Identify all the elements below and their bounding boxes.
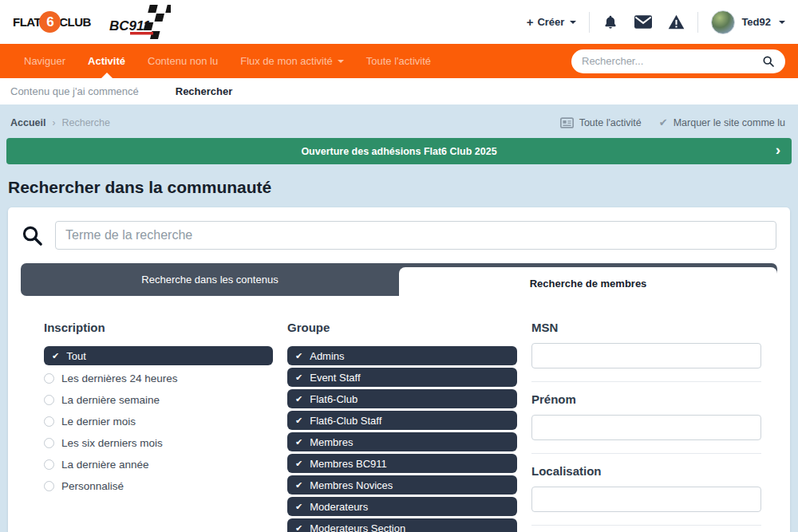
radio-icon (44, 416, 54, 427)
group-heading: Groupe (287, 321, 517, 334)
messages-envelope-icon[interactable] (634, 15, 652, 29)
fields-column: MSN Prénom Localisation Modèle Porsche (531, 321, 761, 532)
nav-item-flux-activite[interactable]: Flux de mon activité (229, 44, 355, 78)
search-card: Recherche dans les contenus Recherche de… (8, 207, 790, 532)
registration-option-label: Les six derniers mois (61, 437, 163, 449)
registration-option[interactable]: Personnalisé (44, 475, 273, 496)
group-option-label: Event Staff (310, 372, 360, 384)
group-option[interactable]: ✔ Admins (287, 346, 517, 365)
newspaper-icon (560, 117, 574, 128)
search-icon[interactable] (762, 55, 775, 68)
check-icon: ✔ (295, 372, 302, 383)
create-button[interactable]: + Créer (527, 15, 577, 29)
header-divider (697, 12, 698, 33)
group-option[interactable]: ✔ Flat6-Club Staff (287, 411, 517, 430)
prenom-label: Prénom (531, 392, 761, 406)
msn-input[interactable] (531, 343, 761, 368)
group-option-label: Moderateurs (310, 501, 368, 513)
check-icon: ✔ (295, 437, 302, 447)
check-icon: ✔ (295, 480, 302, 491)
search-tabs: Recherche dans les contenus Recherche de… (21, 263, 777, 300)
radio-icon (44, 395, 54, 405)
flat6-logo-part1: FLAT (13, 15, 41, 29)
localisation-input[interactable] (531, 487, 761, 512)
field-divider (531, 453, 761, 454)
search-term-input[interactable] (55, 221, 776, 250)
check-icon: ✔ (295, 351, 302, 361)
chevron-right-icon: › (776, 142, 780, 157)
tab-content-search[interactable]: Recherche dans les contenus (21, 263, 399, 296)
nav-search-input[interactable] (582, 55, 762, 67)
notifications-bell-icon[interactable] (602, 14, 618, 30)
bc911-logo[interactable]: BC911 (109, 4, 171, 41)
mark-site-read-link[interactable]: ✔ Marquer le site comme lu (659, 116, 785, 128)
group-option[interactable]: ✔ Moderateurs Section (287, 518, 517, 532)
group-option-label: Admins (310, 350, 344, 362)
check-icon: ✔ (295, 394, 302, 404)
primary-nav: Naviguer Activité Contenu non lu Flux de… (0, 44, 798, 78)
prenom-input[interactable] (531, 415, 761, 440)
logo-group: FLAT 6 CLUB BC911 (13, 4, 171, 41)
alerts-warning-icon[interactable] (668, 14, 685, 30)
registration-heading: Inscription (44, 321, 273, 334)
tab-member-search[interactable]: Recherche de membres (399, 267, 777, 300)
group-option-label: Membres BC911 (310, 458, 387, 470)
check-icon: ✔ (295, 459, 302, 469)
registration-option-label: Personnalisé (61, 480, 124, 492)
nav-item-toute-activite[interactable]: Toute l'activité (355, 44, 442, 78)
group-option[interactable]: ✔ Membres BC911 (287, 454, 517, 473)
nav-item-label: Activité (88, 55, 125, 67)
registration-option[interactable]: La dernière semaine (44, 389, 273, 410)
nav-item-contenu-non-lu[interactable]: Contenu non lu (136, 44, 229, 78)
secondary-nav: Contenu que j'ai commencé Rechercher (0, 78, 798, 104)
msn-label: MSN (531, 321, 761, 334)
radio-icon (44, 438, 54, 448)
header-actions: + Créer Ted92 (527, 10, 785, 34)
group-option-label: Membres Novices (310, 479, 393, 491)
flat6club-logo[interactable]: FLAT 6 CLUB (13, 11, 91, 33)
search-term-row (8, 221, 790, 250)
group-option[interactable]: ✔ Membres (287, 432, 517, 451)
breadcrumb-row: Accueil › Recherche Toute l'activité ✔ M… (0, 104, 798, 136)
all-activity-link[interactable]: Toute l'activité (560, 117, 642, 128)
nav-item-label: Toute l'activité (366, 55, 431, 67)
subnav-item-rechercher[interactable]: Rechercher (176, 85, 233, 97)
registration-option[interactable]: Les six derniers mois (44, 432, 273, 453)
announcement-banner[interactable]: Ouverture des adhésions Flat6 Club 2025 … (6, 138, 792, 164)
check-icon: ✔ (295, 523, 302, 532)
search-icon (22, 225, 43, 246)
registration-column: Inscription ✔ Tout Les dernières 24 heur… (44, 321, 273, 532)
registration-option[interactable]: Les dernières 24 heures (44, 368, 273, 388)
chevron-down-icon (779, 21, 785, 24)
breadcrumb-home-link[interactable]: Accueil (10, 117, 45, 128)
header-divider (589, 12, 590, 33)
notification-icons (602, 14, 685, 30)
check-icon: ✔ (659, 116, 668, 128)
group-option[interactable]: ✔ Event Staff (287, 368, 517, 387)
registration-option-label: La dernière année (61, 459, 149, 471)
group-option[interactable]: ✔ Flat6-Club (287, 389, 517, 408)
group-option[interactable]: ✔ Membres Novices (287, 475, 517, 495)
nav-item-activite[interactable]: Activité (77, 44, 136, 78)
nav-item-label: Naviguer (24, 55, 65, 67)
registration-option-selected[interactable]: ✔ Tout (44, 346, 273, 365)
localisation-label: Localisation (531, 464, 761, 478)
breadcrumb: Accueil › Recherche (10, 117, 110, 128)
breadcrumb-actions: Toute l'activité ✔ Marquer le site comme… (560, 116, 785, 128)
subnav-item-contenu-commence[interactable]: Contenu que j'ai commencé (10, 85, 139, 97)
breadcrumb-current: Recherche (61, 117, 109, 128)
registration-option-label: La dernière semaine (61, 394, 160, 406)
group-option-label: Flat6-Club (310, 393, 358, 405)
registration-option[interactable]: La dernière année (44, 454, 273, 475)
group-option[interactable]: ✔ Moderateurs (287, 497, 517, 516)
nav-item-naviguer[interactable]: Naviguer (13, 44, 77, 78)
registration-option[interactable]: Le dernier mois (44, 411, 273, 432)
member-search-form: Inscription ✔ Tout Les dernières 24 heur… (8, 300, 790, 532)
site-header: FLAT 6 CLUB BC911 + Créer (0, 0, 798, 44)
radio-icon (44, 373, 54, 384)
bc911-logo-graphic: BC911 (109, 4, 171, 41)
page-title: Rechercher dans la communauté (8, 178, 790, 197)
registration-option-label: Tout (66, 350, 86, 362)
announcement-text: Ouverture des adhésions Flat6 Club 2025 (301, 146, 496, 157)
user-menu[interactable]: Ted92 (711, 10, 785, 34)
